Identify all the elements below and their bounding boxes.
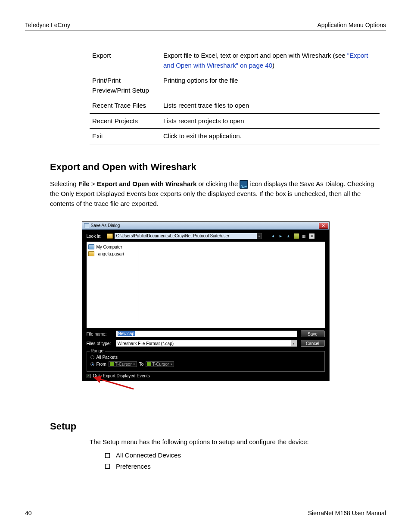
content-area: Export Export file to Excel, text or exp… bbox=[25, 48, 386, 144]
section-heading-setup: Setup bbox=[50, 421, 380, 432]
setup-bullet-list: All Connected Devices Preferences bbox=[90, 450, 380, 472]
table-row: Export Export file to Excel, text or exp… bbox=[90, 48, 380, 73]
save-as-dialog-screenshot: Save As Dialog ✕ Look in: C:\Users\Publi… bbox=[82, 221, 330, 395]
save-button[interactable]: Save bbox=[301, 330, 325, 337]
filename-input[interactable]: New.cap bbox=[116, 330, 297, 337]
svg-line-1 bbox=[98, 379, 134, 389]
page-header: Teledyne LeCroy Application Menu Options bbox=[25, 22, 386, 31]
header-right: Application Menu Options bbox=[317, 22, 386, 28]
cell-desc: Printing options for the file bbox=[161, 73, 380, 98]
filename-label: File name: bbox=[87, 332, 112, 336]
list-item: Preferences bbox=[105, 461, 380, 472]
manual-title: SierraNet M168 User Manual bbox=[308, 510, 386, 516]
range-legend: Range bbox=[90, 348, 105, 353]
cell-desc: Lists recent trace files to open bbox=[161, 98, 380, 114]
radio-icon bbox=[90, 355, 94, 359]
sidebar-item-computer[interactable]: My Computer bbox=[88, 243, 136, 250]
table-row: Exit Click to exit the application. bbox=[90, 129, 380, 144]
back-icon[interactable]: ◄ bbox=[271, 233, 276, 239]
file-browser-area[interactable]: My Computer angela.pasari bbox=[87, 242, 325, 328]
cell-desc: Export file to Excel, text or export and… bbox=[161, 48, 380, 73]
cell-desc: Click to exit the application. bbox=[161, 129, 380, 144]
dropdown-arrow-icon[interactable]: ▼ bbox=[257, 233, 262, 239]
wireshark-icon bbox=[240, 180, 248, 189]
cell-name: Recent Projects bbox=[90, 113, 161, 129]
cell-name: Exit bbox=[90, 129, 161, 144]
setup-intro: The Setup menu has the following options… bbox=[90, 438, 380, 445]
lookin-label: Look in: bbox=[87, 234, 102, 239]
cell-desc: Lists recent projects to open bbox=[161, 113, 380, 129]
radio-icon bbox=[90, 362, 94, 366]
dialog-title: Save As Dialog bbox=[91, 223, 120, 228]
page-number: 40 bbox=[25, 510, 32, 516]
header-left: Teledyne LeCroy bbox=[25, 22, 70, 28]
computer-icon bbox=[88, 244, 94, 249]
cell-name: Recent Trace Files bbox=[90, 98, 161, 114]
cell-name: Print/Print Preview/Print Setup bbox=[90, 73, 161, 98]
from-cursor-select[interactable]: T-Cursor▼ bbox=[109, 361, 137, 367]
list-item: All Connected Devices bbox=[105, 450, 380, 461]
table-row: Recent Trace Files Lists recent trace fi… bbox=[90, 98, 380, 114]
up-icon[interactable]: ▲ bbox=[286, 233, 291, 239]
radio-from-to[interactable]: From T-Cursor▼ To T-Cursor▼ bbox=[90, 361, 321, 368]
dialog-icon bbox=[84, 223, 89, 228]
sidebar-item-user[interactable]: angela.pasari bbox=[88, 250, 136, 257]
wireshark-paragraph: Selecting File > Export and Open with Wi… bbox=[50, 179, 380, 209]
dialog-title-bar: Save As Dialog ✕ bbox=[82, 222, 329, 230]
table-row: Print/Print Preview/Print Setup Printing… bbox=[90, 73, 380, 98]
red-arrow-annotation bbox=[82, 381, 330, 395]
folder-icon bbox=[107, 233, 113, 239]
close-button[interactable]: ✕ bbox=[319, 223, 328, 229]
menu-options-table: Export Export file to Excel, text or exp… bbox=[90, 48, 380, 144]
user-folder-icon bbox=[88, 251, 94, 256]
filetype-select[interactable]: Wireshark File Format (*.cap) ▼ bbox=[116, 340, 297, 347]
lookin-path: C:\Users\Public\Documents\LeCroy\Net Pro… bbox=[115, 233, 257, 239]
table-row: Recent Projects Lists recent projects to… bbox=[90, 113, 380, 129]
radio-all-packets[interactable]: All Packets bbox=[90, 354, 321, 361]
cancel-button[interactable]: Cancel bbox=[301, 340, 325, 347]
new-folder-icon[interactable] bbox=[294, 233, 299, 239]
location-sidebar: My Computer angela.pasari bbox=[87, 242, 138, 328]
lookin-combo[interactable]: C:\Users\Public\Documents\LeCroy\Net Pro… bbox=[107, 233, 262, 239]
cell-name: Export bbox=[90, 48, 161, 73]
section-heading-wireshark: Export and Open with Wireshark bbox=[50, 162, 380, 173]
chevron-down-icon: ▼ bbox=[291, 340, 297, 346]
list-view-icon[interactable]: ≡ bbox=[309, 233, 314, 239]
icons-view-icon[interactable]: ▦ bbox=[302, 233, 307, 239]
range-group: Range All Packets From T-Cursor▼ To T-Cu… bbox=[87, 351, 325, 372]
filetype-label: Files of type: bbox=[87, 341, 112, 346]
to-cursor-select[interactable]: T-Cursor▼ bbox=[146, 361, 174, 367]
page-footer: 40 SierraNet M168 User Manual bbox=[25, 510, 386, 516]
forward-icon[interactable]: ► bbox=[278, 233, 283, 239]
